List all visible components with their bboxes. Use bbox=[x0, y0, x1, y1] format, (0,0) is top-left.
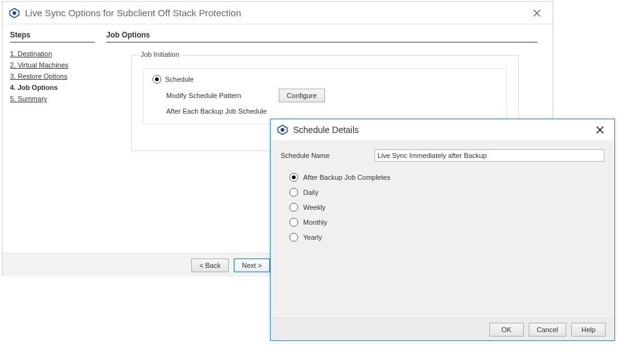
steps-pane: Steps 1. Destination 2. Virtual Machines… bbox=[2, 24, 102, 253]
dialog-body: Schedule Name After Backup Job Completes… bbox=[271, 140, 614, 318]
close-icon[interactable] bbox=[592, 122, 608, 138]
schedule-name-input[interactable] bbox=[374, 149, 604, 162]
schedule-details-dialog: Schedule Details Schedule Name After Bac… bbox=[270, 119, 615, 341]
back-button[interactable]: < Back bbox=[191, 258, 229, 272]
help-button[interactable]: Help bbox=[571, 323, 606, 337]
option-label: Yearly bbox=[303, 234, 322, 241]
after-backup-label: After Each Backup Job Schedule bbox=[166, 107, 498, 115]
dialog-footer: OK Cancel Help bbox=[271, 318, 614, 340]
radio-icon bbox=[289, 218, 298, 227]
step-destination[interactable]: 1. Destination bbox=[10, 50, 95, 57]
cancel-button[interactable]: Cancel bbox=[529, 323, 566, 337]
radio-icon bbox=[289, 203, 298, 212]
content-heading: Job Options bbox=[106, 31, 538, 42]
schedule-radio[interactable]: Schedule bbox=[152, 75, 498, 84]
step-virtual-machines[interactable]: 2. Virtual Machines bbox=[10, 61, 95, 69]
dialog-title: Schedule Details bbox=[293, 125, 359, 135]
option-daily[interactable]: Daily bbox=[289, 188, 604, 197]
option-after-backup[interactable]: After Backup Job Completes bbox=[289, 173, 604, 182]
modify-pattern-label: Modify Schedule Pattern bbox=[166, 92, 241, 99]
option-label: After Backup Job Completes bbox=[303, 174, 390, 181]
dialog-titlebar: Schedule Details bbox=[271, 119, 614, 140]
option-label: Weekly bbox=[303, 204, 326, 211]
step-summary[interactable]: 5. Summary bbox=[10, 95, 95, 102]
modify-pattern-row: Modify Schedule Pattern Configure bbox=[166, 89, 498, 102]
radio-icon bbox=[289, 188, 298, 197]
ok-button[interactable]: OK bbox=[489, 323, 524, 337]
radio-selected-icon bbox=[289, 173, 298, 182]
job-initiation-legend: Job Initiation bbox=[138, 51, 182, 58]
schedule-name-label: Schedule Name bbox=[281, 152, 349, 159]
svg-point-1 bbox=[12, 11, 16, 15]
configure-button[interactable]: Configure bbox=[279, 89, 325, 102]
radio-icon bbox=[289, 233, 298, 242]
wizard-titlebar: Live Sync Options for Subclient Off Stac… bbox=[2, 2, 552, 24]
option-yearly[interactable]: Yearly bbox=[289, 233, 604, 242]
option-weekly[interactable]: Weekly bbox=[289, 203, 604, 212]
schedule-radio-label: Schedule bbox=[165, 76, 194, 83]
step-job-options[interactable]: 4. Job Options bbox=[10, 84, 95, 91]
next-button[interactable]: Next > bbox=[234, 258, 270, 272]
app-icon bbox=[277, 124, 288, 135]
option-label: Daily bbox=[303, 189, 318, 196]
steps-heading: Steps bbox=[10, 31, 95, 42]
wizard-title: Live Sync Options for Subclient Off Stac… bbox=[25, 7, 241, 18]
step-restore-options[interactable]: 3. Restore Options bbox=[10, 72, 95, 80]
app-icon bbox=[9, 7, 20, 19]
schedule-name-row: Schedule Name bbox=[281, 149, 604, 162]
close-icon[interactable] bbox=[528, 4, 546, 22]
option-label: Monthly bbox=[303, 219, 328, 226]
radio-selected-icon bbox=[152, 75, 161, 84]
option-monthly[interactable]: Monthly bbox=[289, 218, 604, 227]
schedule-group: Schedule Modify Schedule Pattern Configu… bbox=[143, 68, 507, 124]
svg-point-5 bbox=[281, 128, 284, 132]
